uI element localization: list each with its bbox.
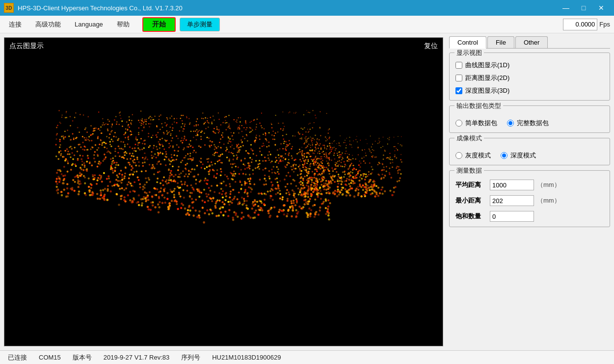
checkbox-2d-input[interactable] xyxy=(455,75,462,81)
svg-point-1019 xyxy=(302,151,303,152)
svg-point-450 xyxy=(304,163,305,165)
svg-point-1837 xyxy=(322,160,323,161)
svg-point-1899 xyxy=(174,118,175,119)
svg-point-1569 xyxy=(301,139,302,140)
svg-point-1589 xyxy=(255,139,256,141)
svg-point-1862 xyxy=(115,136,117,138)
svg-point-2208 xyxy=(280,160,282,162)
maximize-button[interactable]: □ xyxy=(575,0,592,16)
svg-point-818 xyxy=(275,115,276,116)
svg-point-905 xyxy=(177,208,179,210)
radio-grayscale-input[interactable] xyxy=(455,152,462,159)
svg-point-859 xyxy=(66,112,67,113)
svg-point-29 xyxy=(200,161,202,163)
svg-point-1215 xyxy=(131,120,133,121)
svg-point-539 xyxy=(109,133,111,135)
svg-point-1503 xyxy=(275,193,277,195)
svg-point-2199 xyxy=(212,197,214,199)
svg-point-258 xyxy=(362,184,364,186)
svg-point-951 xyxy=(214,205,216,207)
svg-point-2154 xyxy=(65,158,67,160)
svg-point-1846 xyxy=(66,148,68,150)
checkbox-3d-input[interactable] xyxy=(455,87,462,94)
tab-other[interactable]: Other xyxy=(515,36,548,48)
svg-point-1108 xyxy=(323,145,325,146)
avg-distance-input[interactable] xyxy=(490,180,534,190)
svg-point-2238 xyxy=(368,174,370,176)
svg-point-547 xyxy=(228,115,229,116)
checkbox-2d-label: 距离图显示(2D) xyxy=(465,74,509,82)
single-measure-button[interactable]: 单步测量 xyxy=(180,18,220,31)
svg-point-401 xyxy=(107,124,108,125)
tab-control[interactable]: Control xyxy=(449,36,486,49)
svg-point-1176 xyxy=(320,190,321,192)
svg-point-2370 xyxy=(210,208,212,210)
start-button[interactable]: 开始 xyxy=(142,17,176,32)
svg-point-1800 xyxy=(364,179,366,181)
svg-point-296 xyxy=(357,141,358,142)
svg-point-112 xyxy=(329,159,330,160)
menu-connect[interactable]: 连接 xyxy=(4,18,27,31)
minimize-button[interactable]: — xyxy=(557,0,575,16)
svg-point-355 xyxy=(159,201,160,203)
svg-point-753 xyxy=(351,187,353,189)
svg-point-1410 xyxy=(163,159,165,161)
svg-point-2384 xyxy=(315,156,317,157)
svg-point-2229 xyxy=(101,132,103,134)
svg-point-2411 xyxy=(312,144,313,145)
min-distance-input[interactable] xyxy=(490,195,534,206)
svg-point-314 xyxy=(180,207,182,209)
svg-point-1359 xyxy=(148,118,149,119)
close-button[interactable]: ✕ xyxy=(592,0,610,16)
svg-point-1853 xyxy=(84,149,85,151)
svg-point-2443 xyxy=(239,180,241,182)
svg-point-2029 xyxy=(211,161,212,163)
svg-point-1828 xyxy=(93,128,94,130)
fps-input[interactable] xyxy=(563,19,597,30)
checkbox-1d-input[interactable] xyxy=(455,62,462,69)
svg-point-2186 xyxy=(247,140,248,142)
svg-point-2340 xyxy=(316,117,317,118)
radio-simple-input[interactable] xyxy=(455,120,462,127)
svg-point-2007 xyxy=(236,158,238,159)
svg-point-1816 xyxy=(373,184,374,186)
svg-point-2290 xyxy=(178,166,180,168)
svg-point-1939 xyxy=(317,142,318,143)
svg-point-679 xyxy=(290,200,292,202)
svg-point-1382 xyxy=(128,177,130,179)
svg-point-2211 xyxy=(118,138,119,139)
svg-point-1694 xyxy=(240,217,243,220)
svg-point-896 xyxy=(208,158,209,159)
saturation-input[interactable] xyxy=(490,211,534,222)
radio-full-input[interactable] xyxy=(507,120,514,127)
svg-point-1785 xyxy=(100,192,102,194)
svg-point-1824 xyxy=(293,200,294,202)
svg-point-361 xyxy=(106,148,107,149)
svg-point-1346 xyxy=(237,128,239,130)
svg-point-481 xyxy=(309,165,311,167)
svg-point-510 xyxy=(145,178,147,180)
svg-point-1430 xyxy=(264,168,266,170)
svg-point-264 xyxy=(141,149,143,150)
tab-file[interactable]: File xyxy=(487,36,514,48)
svg-point-962 xyxy=(165,151,166,153)
svg-point-1451 xyxy=(136,140,137,141)
menu-help[interactable]: 帮助 xyxy=(112,18,134,31)
menu-language[interactable]: Language xyxy=(70,19,108,30)
svg-point-1873 xyxy=(285,158,286,160)
svg-point-945 xyxy=(251,150,253,151)
svg-point-936 xyxy=(306,140,307,141)
svg-point-388 xyxy=(389,158,390,160)
svg-point-1653 xyxy=(347,168,349,170)
svg-point-415 xyxy=(120,195,122,197)
svg-point-893 xyxy=(282,130,283,130)
menu-advanced[interactable]: 高级功能 xyxy=(30,18,66,31)
reset-button[interactable]: 复位 xyxy=(424,42,438,51)
svg-point-595 xyxy=(57,176,59,178)
svg-point-995 xyxy=(357,186,359,188)
svg-point-692 xyxy=(249,131,251,133)
svg-point-1706 xyxy=(305,147,306,148)
radio-depth-input[interactable] xyxy=(501,152,507,159)
svg-point-1310 xyxy=(171,156,172,158)
svg-point-1502 xyxy=(401,136,402,137)
